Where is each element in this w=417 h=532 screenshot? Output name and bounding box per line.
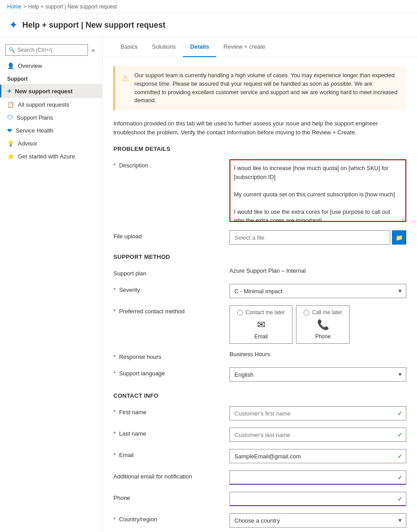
tab-details[interactable]: Details [183,37,217,57]
sidebar-item-support-plans[interactable]: 🛡 Support Plans [0,111,102,124]
contact-method-control: Contact me later ✉ Email Call me later 📞 [229,305,406,344]
description-control: I woud like to increase [how much quota]… [229,159,406,223]
sidebar-item-new-support-request[interactable]: + New support request [0,84,102,98]
last-name-required: * [113,430,116,437]
sidebar-item-all-support-requests[interactable]: 📋 All support requests [0,98,102,111]
support-plan-row: Support plan Azure Support Plan – Intern… [113,267,406,277]
response-hours-text: Business Hours [229,348,270,357]
language-required: * [113,370,116,377]
severity-row: * Severity C - Minimal impact B - Modera… [113,284,406,298]
page-title: Help + support | New support request [22,21,166,30]
tabs-bar: Basics Solutions Details Review + create [103,37,417,57]
file-upload-control: 📁 [229,230,406,245]
tab-review-create[interactable]: Review + create [216,37,272,57]
first-name-row: * First name ✓ [113,406,406,420]
last-name-check-icon: ✓ [397,431,403,438]
response-hours-label: * Response hours [113,351,229,360]
email-input[interactable] [229,449,406,463]
contact-method-label: * Preferred contact method [113,305,229,315]
support-language-control: English French German Spanish ▼ [229,367,406,382]
search-icon: 🔍 [8,47,15,53]
additional-email-input[interactable] [229,470,406,485]
sidebar-label-all-requests: All support requests [18,101,69,108]
last-name-label: * Last name [113,428,229,437]
language-select[interactable]: English French German Spanish [229,367,406,382]
country-select[interactable]: Choose a country United States United Ki… [229,513,406,528]
plus-icon: ✦ [9,19,18,31]
sidebar-item-get-started[interactable]: ⭐ Get started with Azure [0,150,102,163]
breadcrumb-separator: > [23,4,26,10]
heart-icon: ❤ [7,127,12,134]
sidebar: 🔍 « 👤 Overview Support + New support req… [0,37,103,532]
phone-radio[interactable] [304,310,309,316]
warning-banner: ⚠ Our support team is currently handling… [113,66,406,110]
phone-label-field: Phone [113,492,229,501]
person-icon: 👤 [7,62,14,69]
support-plan-label: Support plan [113,267,229,277]
shield-icon: 🛡 [7,114,13,121]
contact-phone-header: Call me later [304,309,342,316]
contact-option-email[interactable]: Contact me later ✉ Email [229,305,292,344]
country-row: * Country/region Choose a country United… [113,513,406,528]
email-icon: ✉ [257,319,265,331]
breadcrumb-home[interactable]: Home [7,4,21,10]
phone-input[interactable] [229,492,406,506]
first-name-check-icon: ✓ [397,410,403,417]
description-row: * Description I woud like to increase [h… [113,159,406,223]
support-language-row: * Support language English French German… [113,367,406,382]
warning-text: Our support team is currently handling a… [134,71,399,105]
additional-email-check-icon: ✓ [397,474,403,481]
contact-info-header: CONTACT INFO [113,392,406,399]
email-check-icon: ✓ [397,453,403,460]
content-area: ⚠ Our support team is currently handling… [103,57,417,532]
main-content: Basics Solutions Details Review + create… [103,37,417,532]
contact-required: * [113,308,116,315]
file-input[interactable] [229,230,390,245]
country-dropdown[interactable]: Choose a country United States United Ki… [229,513,406,528]
contact-email-header: Contact me later [237,309,285,316]
contact-option-phone[interactable]: Call me later 📞 Phone [296,305,350,344]
support-plan-value: Azure Support Plan – Internal [229,267,406,274]
call-me-later-label: Call me later [312,309,342,316]
phone-control: ✓ [229,492,406,506]
last-name-input[interactable] [229,428,406,442]
support-method-header: SUPPORT METHOD [113,254,406,260]
info-text: Information provided on this tab will be… [113,119,406,137]
sidebar-item-service-health[interactable]: ❤ Service Health [0,124,102,137]
list-icon: 📋 [7,101,14,108]
top-bar: Home > Help + support | New support requ… [0,0,417,13]
support-plan-text: Azure Support Plan – Internal [229,265,306,274]
tab-basics[interactable]: Basics [113,37,145,57]
first-name-control: ✓ [229,406,406,420]
country-control: Choose a country United States United Ki… [229,513,406,528]
file-browse-button[interactable]: 📁 [392,230,406,245]
language-dropdown[interactable]: English French German Spanish ▼ [229,367,406,382]
support-language-label: * Support language [113,367,229,377]
severity-dropdown[interactable]: C - Minimal impact B - Moderate impact A… [229,284,406,298]
sidebar-item-overview[interactable]: 👤 Overview [0,59,102,72]
breadcrumb: Home > Help + support | New support requ… [7,4,117,10]
phone-icon: 📞 [317,319,329,331]
email-control: ✓ [229,449,406,463]
file-upload-input-row: 📁 [229,230,406,245]
sidebar-item-advisor[interactable]: 💡 Advisor [0,137,102,150]
description-textarea[interactable]: I woud like to increase [how much quota]… [229,159,406,222]
contact-method-row: * Preferred contact method Contact me la… [113,305,406,344]
country-label: * Country/region [113,513,229,523]
required-star: * [113,162,116,169]
problem-details-header: PROBLEM DETAILS [113,145,406,152]
sidebar-section-support: Support [0,72,102,84]
description-label: * Description [113,159,229,169]
response-required: * [113,353,116,360]
breadcrumb-current: Help + support | New support request [28,4,117,10]
severity-label: * Severity [113,284,229,293]
contact-method-group: Contact me later ✉ Email Call me later 📞 [229,305,406,344]
additional-email-row: Additional email for notification ✓ [113,470,406,485]
first-name-input[interactable] [229,406,406,420]
tab-solutions[interactable]: Solutions [145,37,183,57]
file-upload-row: File upload 📁 [113,230,406,245]
collapse-button[interactable]: « [90,46,97,54]
email-radio[interactable] [237,310,243,316]
severity-select[interactable]: C - Minimal impact B - Moderate impact A… [229,284,406,298]
search-input[interactable] [5,44,88,56]
